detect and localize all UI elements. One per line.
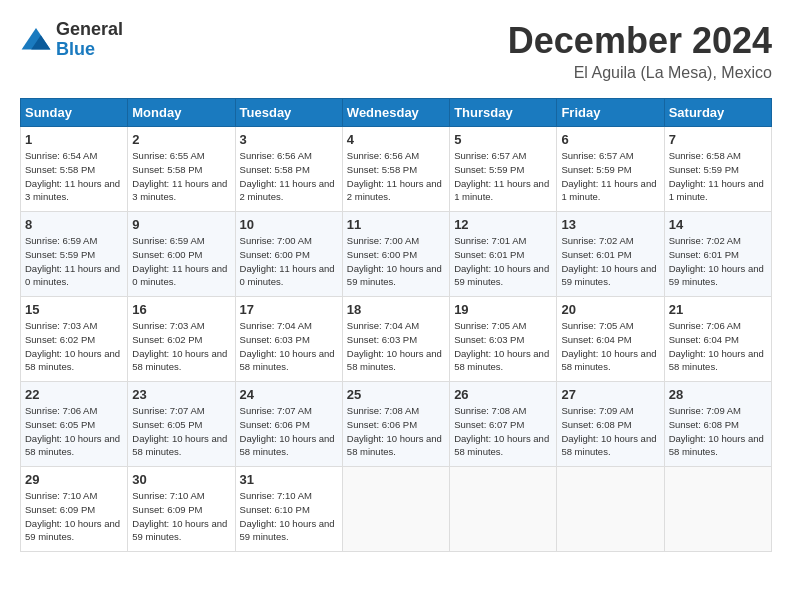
calendar-cell: 16Sunrise: 7:03 AMSunset: 6:02 PMDayligh… — [128, 297, 235, 382]
day-info: Sunrise: 7:02 AMSunset: 6:01 PMDaylight:… — [561, 234, 659, 289]
title-area: December 2024 El Aguila (La Mesa), Mexic… — [508, 20, 772, 82]
calendar-header: SundayMondayTuesdayWednesdayThursdayFrid… — [21, 99, 772, 127]
day-number: 29 — [25, 472, 123, 487]
day-number: 25 — [347, 387, 445, 402]
header-cell-thursday: Thursday — [450, 99, 557, 127]
sunrise: Sunrise: 7:05 AM — [561, 320, 633, 331]
sunrise: Sunrise: 7:03 AM — [132, 320, 204, 331]
sunset: Sunset: 6:09 PM — [132, 504, 202, 515]
daylight: Daylight: 10 hours and 58 minutes. — [454, 348, 549, 373]
daylight: Daylight: 10 hours and 58 minutes. — [132, 433, 227, 458]
calendar-row: 1Sunrise: 6:54 AMSunset: 5:58 PMDaylight… — [21, 127, 772, 212]
daylight: Daylight: 10 hours and 59 minutes. — [561, 263, 656, 288]
sunrise: Sunrise: 6:57 AM — [454, 150, 526, 161]
calendar-cell — [450, 467, 557, 552]
day-info: Sunrise: 6:57 AMSunset: 5:59 PMDaylight:… — [454, 149, 552, 204]
day-info: Sunrise: 7:04 AMSunset: 6:03 PMDaylight:… — [347, 319, 445, 374]
header-cell-saturday: Saturday — [664, 99, 771, 127]
day-number: 28 — [669, 387, 767, 402]
sunrise: Sunrise: 6:55 AM — [132, 150, 204, 161]
day-number: 9 — [132, 217, 230, 232]
daylight: Daylight: 11 hours and 3 minutes. — [25, 178, 120, 203]
calendar-body: 1Sunrise: 6:54 AMSunset: 5:58 PMDaylight… — [21, 127, 772, 552]
calendar-cell: 8Sunrise: 6:59 AMSunset: 5:59 PMDaylight… — [21, 212, 128, 297]
sunrise: Sunrise: 7:03 AM — [25, 320, 97, 331]
sunset: Sunset: 6:04 PM — [669, 334, 739, 345]
logo-icon — [20, 24, 52, 56]
calendar-cell: 28Sunrise: 7:09 AMSunset: 6:08 PMDayligh… — [664, 382, 771, 467]
calendar-cell: 20Sunrise: 7:05 AMSunset: 6:04 PMDayligh… — [557, 297, 664, 382]
day-info: Sunrise: 7:05 AMSunset: 6:04 PMDaylight:… — [561, 319, 659, 374]
calendar-cell: 1Sunrise: 6:54 AMSunset: 5:58 PMDaylight… — [21, 127, 128, 212]
daylight: Daylight: 10 hours and 59 minutes. — [25, 518, 120, 543]
daylight: Daylight: 10 hours and 58 minutes. — [240, 348, 335, 373]
day-info: Sunrise: 7:06 AMSunset: 6:04 PMDaylight:… — [669, 319, 767, 374]
sunrise: Sunrise: 7:02 AM — [669, 235, 741, 246]
day-info: Sunrise: 7:04 AMSunset: 6:03 PMDaylight:… — [240, 319, 338, 374]
day-number: 22 — [25, 387, 123, 402]
day-info: Sunrise: 7:07 AMSunset: 6:05 PMDaylight:… — [132, 404, 230, 459]
calendar-cell: 21Sunrise: 7:06 AMSunset: 6:04 PMDayligh… — [664, 297, 771, 382]
daylight: Daylight: 11 hours and 0 minutes. — [240, 263, 335, 288]
logo: General Blue — [20, 20, 123, 60]
sunset: Sunset: 6:01 PM — [561, 249, 631, 260]
calendar-cell: 19Sunrise: 7:05 AMSunset: 6:03 PMDayligh… — [450, 297, 557, 382]
logo-text: General Blue — [56, 20, 123, 60]
day-number: 4 — [347, 132, 445, 147]
day-number: 2 — [132, 132, 230, 147]
day-info: Sunrise: 7:06 AMSunset: 6:05 PMDaylight:… — [25, 404, 123, 459]
sunrise: Sunrise: 7:09 AM — [561, 405, 633, 416]
calendar-cell: 26Sunrise: 7:08 AMSunset: 6:07 PMDayligh… — [450, 382, 557, 467]
calendar-row: 22Sunrise: 7:06 AMSunset: 6:05 PMDayligh… — [21, 382, 772, 467]
day-number: 30 — [132, 472, 230, 487]
sunset: Sunset: 6:00 PM — [347, 249, 417, 260]
sunrise: Sunrise: 7:01 AM — [454, 235, 526, 246]
daylight: Daylight: 11 hours and 1 minute. — [669, 178, 764, 203]
sunset: Sunset: 5:59 PM — [25, 249, 95, 260]
daylight: Daylight: 10 hours and 58 minutes. — [347, 433, 442, 458]
day-info: Sunrise: 6:56 AMSunset: 5:58 PMDaylight:… — [347, 149, 445, 204]
calendar-cell: 12Sunrise: 7:01 AMSunset: 6:01 PMDayligh… — [450, 212, 557, 297]
header-cell-sunday: Sunday — [21, 99, 128, 127]
day-number: 6 — [561, 132, 659, 147]
calendar-row: 29Sunrise: 7:10 AMSunset: 6:09 PMDayligh… — [21, 467, 772, 552]
calendar-cell: 9Sunrise: 6:59 AMSunset: 6:00 PMDaylight… — [128, 212, 235, 297]
sunrise: Sunrise: 6:56 AM — [347, 150, 419, 161]
sunset: Sunset: 6:05 PM — [132, 419, 202, 430]
sunset: Sunset: 5:59 PM — [454, 164, 524, 175]
header-cell-monday: Monday — [128, 99, 235, 127]
daylight: Daylight: 10 hours and 58 minutes. — [132, 348, 227, 373]
daylight: Daylight: 10 hours and 58 minutes. — [25, 348, 120, 373]
calendar-cell: 29Sunrise: 7:10 AMSunset: 6:09 PMDayligh… — [21, 467, 128, 552]
day-info: Sunrise: 7:03 AMSunset: 6:02 PMDaylight:… — [25, 319, 123, 374]
calendar-row: 8Sunrise: 6:59 AMSunset: 5:59 PMDaylight… — [21, 212, 772, 297]
daylight: Daylight: 11 hours and 1 minute. — [454, 178, 549, 203]
day-info: Sunrise: 7:09 AMSunset: 6:08 PMDaylight:… — [561, 404, 659, 459]
calendar-cell: 5Sunrise: 6:57 AMSunset: 5:59 PMDaylight… — [450, 127, 557, 212]
calendar-cell: 27Sunrise: 7:09 AMSunset: 6:08 PMDayligh… — [557, 382, 664, 467]
daylight: Daylight: 11 hours and 3 minutes. — [132, 178, 227, 203]
calendar-cell: 11Sunrise: 7:00 AMSunset: 6:00 PMDayligh… — [342, 212, 449, 297]
page-header: General Blue December 2024 El Aguila (La… — [20, 20, 772, 82]
sunset: Sunset: 6:06 PM — [240, 419, 310, 430]
sunrise: Sunrise: 7:10 AM — [25, 490, 97, 501]
calendar-cell: 23Sunrise: 7:07 AMSunset: 6:05 PMDayligh… — [128, 382, 235, 467]
sunset: Sunset: 6:06 PM — [347, 419, 417, 430]
sunset: Sunset: 6:05 PM — [25, 419, 95, 430]
daylight: Daylight: 10 hours and 58 minutes. — [561, 433, 656, 458]
day-number: 18 — [347, 302, 445, 317]
daylight: Daylight: 10 hours and 58 minutes. — [669, 348, 764, 373]
day-number: 16 — [132, 302, 230, 317]
sunset: Sunset: 6:02 PM — [132, 334, 202, 345]
sunrise: Sunrise: 7:08 AM — [347, 405, 419, 416]
sunset: Sunset: 6:01 PM — [669, 249, 739, 260]
day-info: Sunrise: 6:58 AMSunset: 5:59 PMDaylight:… — [669, 149, 767, 204]
location-title: El Aguila (La Mesa), Mexico — [508, 64, 772, 82]
day-info: Sunrise: 6:59 AMSunset: 6:00 PMDaylight:… — [132, 234, 230, 289]
daylight: Daylight: 10 hours and 58 minutes. — [454, 433, 549, 458]
daylight: Daylight: 10 hours and 58 minutes. — [561, 348, 656, 373]
day-number: 26 — [454, 387, 552, 402]
day-info: Sunrise: 6:59 AMSunset: 5:59 PMDaylight:… — [25, 234, 123, 289]
day-number: 1 — [25, 132, 123, 147]
sunset: Sunset: 6:00 PM — [240, 249, 310, 260]
